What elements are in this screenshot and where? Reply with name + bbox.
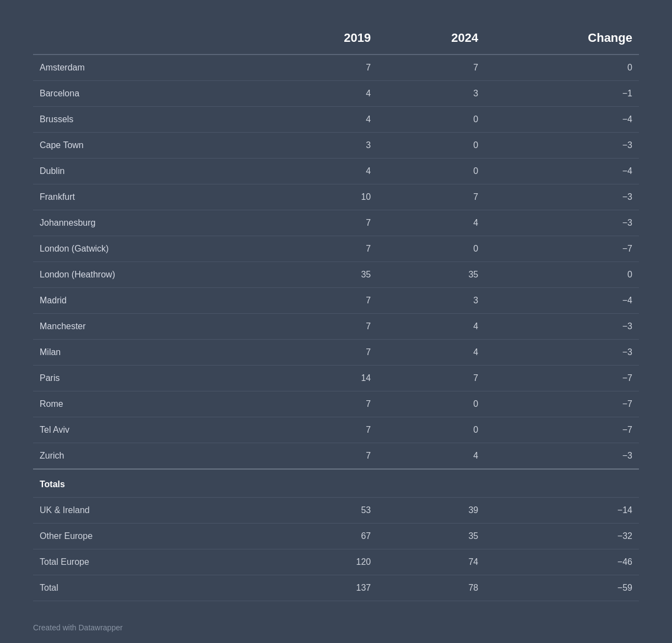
col-header-2019: 2019: [270, 22, 377, 55]
totals-y2024-cell: 39: [377, 498, 485, 524]
footer-label: Created with Datawrapper: [33, 623, 123, 632]
y2024-cell: 4: [377, 443, 485, 470]
city-cell: Amsterdam: [33, 55, 270, 81]
city-cell: Manchester: [33, 314, 270, 340]
totals-empty-2: [377, 469, 485, 498]
y2019-cell: 7: [270, 55, 377, 81]
change-cell: −1: [485, 81, 639, 107]
y2019-cell: 10: [270, 184, 377, 210]
y2024-cell: 3: [377, 288, 485, 314]
y2019-cell: 7: [270, 314, 377, 340]
totals-y2019-cell: 53: [270, 498, 377, 524]
table-row: Johannesburg74−3: [33, 210, 639, 236]
change-cell: −3: [485, 210, 639, 236]
totals-change-cell: −14: [485, 498, 639, 524]
y2019-cell: 7: [270, 391, 377, 417]
footer: Created with Datawrapper: [33, 623, 639, 632]
col-header-change: Change: [485, 22, 639, 55]
totals-y2019-cell: 67: [270, 524, 377, 549]
city-cell: Zurich: [33, 443, 270, 470]
y2019-cell: 7: [270, 417, 377, 443]
table-row: Madrid73−4: [33, 288, 639, 314]
col-header-2024: 2024: [377, 22, 485, 55]
totals-row: Total Europe12074−46: [33, 549, 639, 575]
table-row: Paris147−7: [33, 366, 639, 391]
y2019-cell: 4: [270, 81, 377, 107]
table-row: London (Heathrow)35350: [33, 262, 639, 288]
y2019-cell: 7: [270, 443, 377, 470]
table-row: Frankfurt107−3: [33, 184, 639, 210]
y2024-cell: 0: [377, 159, 485, 184]
table-row: London (Gatwick)70−7: [33, 236, 639, 262]
y2019-cell: 4: [270, 159, 377, 184]
change-cell: 0: [485, 55, 639, 81]
data-table: 2019 2024 Change Amsterdam770Barcelona43…: [33, 22, 639, 601]
y2024-cell: 4: [377, 340, 485, 366]
y2024-cell: 7: [377, 184, 485, 210]
y2019-cell: 7: [270, 236, 377, 262]
change-cell: −3: [485, 340, 639, 366]
y2019-cell: 14: [270, 366, 377, 391]
table-row: Cape Town30−3: [33, 133, 639, 159]
y2024-cell: 7: [377, 55, 485, 81]
city-cell: Frankfurt: [33, 184, 270, 210]
y2019-cell: 7: [270, 210, 377, 236]
totals-empty-1: [270, 469, 377, 498]
city-cell: Cape Town: [33, 133, 270, 159]
col-header-city: [33, 22, 270, 55]
y2019-cell: 7: [270, 288, 377, 314]
totals-row: UK & Ireland5339−14: [33, 498, 639, 524]
change-cell: −7: [485, 366, 639, 391]
totals-y2024-cell: 35: [377, 524, 485, 549]
y2024-cell: 0: [377, 236, 485, 262]
change-cell: −3: [485, 443, 639, 470]
y2024-cell: 0: [377, 417, 485, 443]
city-cell: London (Heathrow): [33, 262, 270, 288]
change-cell: −4: [485, 288, 639, 314]
city-cell: Johannesburg: [33, 210, 270, 236]
change-cell: 0: [485, 262, 639, 288]
city-cell: Barcelona: [33, 81, 270, 107]
totals-change-cell: −59: [485, 575, 639, 601]
totals-y2024-cell: 74: [377, 549, 485, 575]
table-row: Milan74−3: [33, 340, 639, 366]
totals-y2024-cell: 78: [377, 575, 485, 601]
change-cell: −3: [485, 133, 639, 159]
y2019-cell: 4: [270, 107, 377, 133]
totals-city-cell: UK & Ireland: [33, 498, 270, 524]
y2024-cell: 0: [377, 107, 485, 133]
totals-header-row: Totals: [33, 469, 639, 498]
y2019-cell: 7: [270, 340, 377, 366]
city-cell: London (Gatwick): [33, 236, 270, 262]
y2024-cell: 3: [377, 81, 485, 107]
totals-change-cell: −32: [485, 524, 639, 549]
city-cell: Paris: [33, 366, 270, 391]
change-cell: −7: [485, 236, 639, 262]
table-row: Zurich74−3: [33, 443, 639, 470]
table-row: Tel Aviv70−7: [33, 417, 639, 443]
totals-city-cell: Other Europe: [33, 524, 270, 549]
y2024-cell: 7: [377, 366, 485, 391]
totals-y2019-cell: 137: [270, 575, 377, 601]
city-cell: Brussels: [33, 107, 270, 133]
y2019-cell: 35: [270, 262, 377, 288]
table-row: Rome70−7: [33, 391, 639, 417]
city-cell: Tel Aviv: [33, 417, 270, 443]
table-row: Manchester74−3: [33, 314, 639, 340]
change-cell: −7: [485, 391, 639, 417]
change-cell: −3: [485, 314, 639, 340]
table-row: Amsterdam770: [33, 55, 639, 81]
city-cell: Milan: [33, 340, 270, 366]
table-row: Brussels40−4: [33, 107, 639, 133]
y2024-cell: 35: [377, 262, 485, 288]
totals-y2019-cell: 120: [270, 549, 377, 575]
y2024-cell: 4: [377, 210, 485, 236]
totals-city-cell: Total Europe: [33, 549, 270, 575]
totals-row: Total13778−59: [33, 575, 639, 601]
change-cell: −4: [485, 159, 639, 184]
y2024-cell: 0: [377, 133, 485, 159]
y2019-cell: 3: [270, 133, 377, 159]
totals-city-cell: Total: [33, 575, 270, 601]
table-container: 2019 2024 Change Amsterdam770Barcelona43…: [33, 22, 639, 632]
city-cell: Rome: [33, 391, 270, 417]
